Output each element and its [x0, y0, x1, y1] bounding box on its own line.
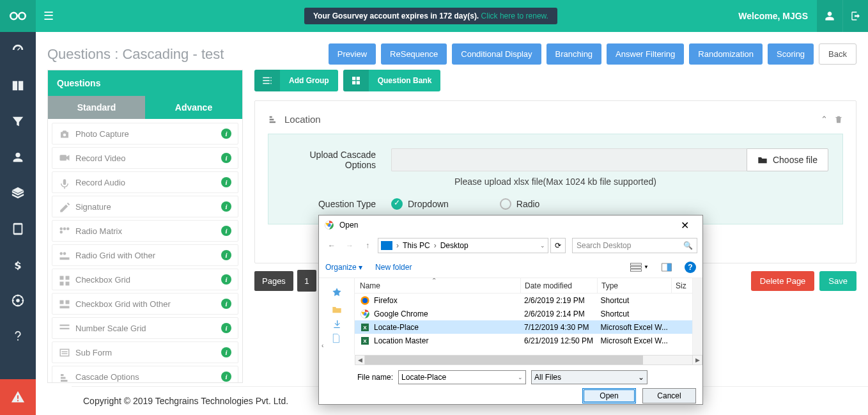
tree-chevron-left-icon[interactable]: ‹ — [322, 342, 323, 349]
preview-button[interactable]: Preview — [329, 43, 376, 65]
choose-file-button[interactable]: Choose file — [747, 148, 828, 171]
filename-input[interactable]: Locate-Place ⌄ — [398, 370, 526, 384]
info-icon[interactable]: i — [221, 274, 231, 285]
answer-filtering-button[interactable]: Answer Filtering — [607, 43, 684, 65]
randomization-button[interactable]: Randomization — [689, 43, 763, 65]
svg-point-12 — [63, 252, 66, 255]
svg-rect-23 — [60, 349, 69, 356]
scoring-button[interactable]: Scoring — [768, 43, 814, 65]
organize-menu[interactable]: Organize ▾ — [325, 263, 362, 272]
file-row[interactable]: XLocate-Place7/12/2019 4:30 PMMicrosoft … — [355, 320, 692, 334]
option-radio[interactable]: Radio — [500, 198, 540, 210]
question-type-item[interactable]: Checkbox Grid with Otheri — [52, 293, 238, 315]
info-icon[interactable]: i — [221, 372, 231, 382]
col-type[interactable]: Type — [598, 278, 672, 293]
dialog-toolbar: Organize ▾ New folder ▼ ? — [319, 256, 702, 278]
close-icon[interactable]: ✕ — [672, 215, 697, 235]
scroll-thumb[interactable] — [365, 356, 643, 364]
question-type-item[interactable]: Record Audioi — [52, 171, 238, 193]
col-date[interactable]: Date modified — [521, 278, 598, 293]
resequence-button[interactable]: ReSequence — [381, 43, 447, 65]
info-icon[interactable]: i — [221, 177, 231, 187]
question-type-item[interactable]: Number Scale Gridi — [52, 317, 238, 339]
path-box[interactable]: › This PC › Desktop ⌄ — [378, 238, 548, 253]
settings-icon[interactable] — [0, 283, 36, 318]
horizontal-scrollbar[interactable]: ◀ ▶ — [355, 355, 702, 365]
file-row[interactable]: Firefox2/6/2019 2:19 PMShortcut — [355, 294, 692, 307]
question-type-item[interactable]: Record Videoi — [52, 147, 238, 169]
page-1-button[interactable]: 1 — [297, 270, 316, 292]
info-icon[interactable]: i — [221, 129, 231, 139]
info-icon[interactable]: i — [221, 299, 231, 309]
filename-dropdown-icon[interactable]: ⌄ — [518, 374, 523, 380]
menu-toggle-icon[interactable]: ☰ — [36, 9, 61, 23]
folder-tree[interactable]: ‹ — [319, 278, 355, 355]
dialog-help-icon[interactable]: ? — [685, 262, 696, 273]
question-type-item[interactable]: Radio Grid with Otheri — [52, 244, 238, 266]
file-row[interactable]: XLocation Master6/21/2019 12:50 PMMicros… — [355, 334, 692, 347]
nav-up-icon[interactable]: ↑ — [360, 238, 375, 253]
alert-icon[interactable] — [0, 379, 36, 415]
user-icon[interactable] — [817, 0, 842, 32]
book-icon[interactable] — [0, 68, 36, 104]
layers-icon[interactable] — [0, 175, 36, 211]
question-type-item[interactable]: Sub Formi — [52, 341, 238, 363]
new-folder-button[interactable]: New folder — [375, 263, 412, 272]
question-type-item[interactable]: Radio Matrixi — [52, 220, 238, 242]
save-button[interactable]: Save — [819, 271, 856, 291]
renew-link[interactable]: Click here to renew. — [481, 12, 548, 20]
question-type-label: Signature — [75, 202, 111, 212]
info-icon[interactable]: i — [221, 201, 231, 212]
file-filter-select[interactable]: All Files ⌄ — [531, 370, 647, 384]
preview-pane-icon[interactable] — [662, 263, 672, 272]
delete-card-icon[interactable] — [834, 115, 843, 124]
logo[interactable] — [0, 0, 36, 32]
file-list-scrollbar[interactable] — [692, 278, 702, 355]
delete-page-button[interactable]: Delete Page — [751, 271, 815, 291]
info-icon[interactable]: i — [221, 323, 231, 333]
scroll-left-icon[interactable]: ◀ — [355, 355, 365, 365]
chevron-down-icon[interactable]: ⌄ — [540, 242, 545, 249]
option-dropdown[interactable]: Dropdown — [391, 198, 449, 210]
dollar-icon[interactable] — [0, 247, 36, 283]
col-size[interactable]: Siz — [672, 278, 691, 293]
refresh-icon[interactable]: ⟳ — [550, 238, 566, 253]
svg-rect-20 — [60, 306, 70, 309]
upload-input[interactable] — [391, 148, 747, 171]
path-desktop[interactable]: Desktop — [440, 241, 469, 250]
dashboard-icon[interactable] — [0, 32, 36, 68]
nav-forward-icon[interactable]: → — [342, 238, 357, 253]
info-icon[interactable]: i — [221, 250, 231, 260]
question-type-item[interactable]: Signaturei — [52, 196, 238, 217]
question-bank-button[interactable]: Question Bank — [343, 70, 441, 91]
users-icon[interactable] — [0, 139, 36, 175]
nav-back-icon[interactable]: ← — [324, 238, 339, 253]
tab-advance[interactable]: Advance — [145, 96, 242, 119]
question-type-item[interactable]: Checkbox Gridi — [52, 269, 238, 290]
conditional-display-button[interactable]: Conditional Display — [452, 43, 541, 65]
question-type-item[interactable]: Photo Capturei — [52, 123, 238, 145]
info-icon[interactable]: i — [221, 347, 231, 357]
col-name[interactable]: Name — [355, 278, 521, 293]
question-bank-label: Question Bank — [369, 70, 441, 91]
scroll-track[interactable] — [365, 355, 692, 365]
tab-standard[interactable]: Standard — [48, 96, 145, 119]
search-input[interactable]: Search Desktop 🔍 — [572, 238, 697, 253]
add-group-button[interactable]: Add Group — [254, 70, 338, 91]
cancel-button[interactable]: Cancel — [642, 388, 696, 403]
scroll-right-icon[interactable]: ▶ — [692, 355, 702, 365]
filter-icon[interactable] — [0, 104, 36, 139]
info-icon[interactable]: i — [221, 226, 231, 236]
question-type-item[interactable]: Cascade Optionsi — [52, 366, 238, 382]
path-thispc[interactable]: This PC — [403, 241, 430, 250]
open-button[interactable]: Open — [582, 388, 636, 403]
info-icon[interactable]: i — [221, 153, 231, 163]
branching-button[interactable]: Branching — [546, 43, 602, 65]
collapse-icon[interactable]: ⌃ — [821, 114, 828, 124]
view-mode-icon[interactable]: ▼ — [630, 263, 649, 272]
device-icon[interactable] — [0, 211, 36, 247]
file-row[interactable]: Google Chrome2/6/2019 2:14 PMShortcut — [355, 307, 692, 320]
logout-icon[interactable] — [842, 0, 868, 32]
help-icon[interactable] — [0, 318, 36, 354]
back-button[interactable]: Back — [819, 43, 856, 65]
